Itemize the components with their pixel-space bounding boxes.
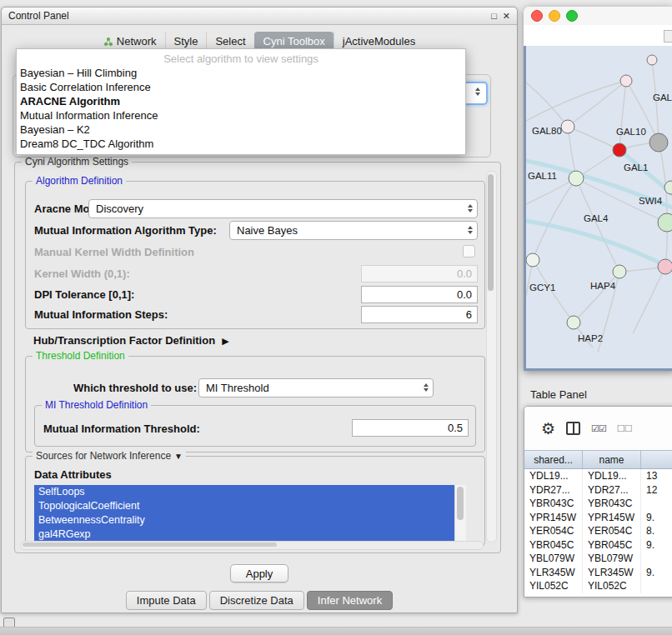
- mi-threshold-input[interactable]: 0.5: [352, 419, 469, 437]
- table-cell: YBL079W: [524, 552, 583, 566]
- algorithm-option[interactable]: Basic Correlation Inference: [17, 80, 465, 94]
- table-cell: YBL079W: [583, 552, 641, 566]
- network-node[interactable]: [658, 213, 672, 232]
- network-node[interactable]: [620, 75, 632, 87]
- network-edge: [526, 178, 576, 204]
- algorithm-option[interactable]: Bayesian – K2: [17, 122, 465, 137]
- control-panel-titlebar: Control Panel □ ✕: [2, 8, 517, 25]
- which-threshold-label: Which threshold to use:: [73, 382, 197, 394]
- data-attribute-item-selected[interactable]: BetweennessCentrality: [34, 513, 455, 528]
- table-cell: YDR27...: [583, 483, 641, 498]
- settings-vertical-scrollbar[interactable]: [486, 171, 497, 542]
- network-node[interactable]: [526, 253, 539, 267]
- hub-definition-toggle[interactable]: Hub/Transcription Factor Definition▶: [33, 334, 229, 347]
- network-canvas[interactable]: GALGAL80GAL10GAL11GAL1SWI4GAL4GCY1HAP4HA…: [524, 46, 672, 371]
- close-traffic-light[interactable]: [531, 10, 543, 22]
- column-header-extra[interactable]: [641, 451, 672, 468]
- network-node[interactable]: [613, 265, 626, 278]
- window-buttons: □ ✕: [491, 11, 510, 21]
- table-cell: YLR345W: [524, 566, 583, 580]
- column-header-name[interactable]: name: [583, 451, 641, 468]
- scrollbar-thumb[interactable]: [488, 174, 494, 291]
- network-node-label: GAL1: [624, 162, 648, 172]
- table-row[interactable]: YDL19...YDL19...13: [524, 469, 672, 483]
- algorithm-option[interactable]: Bayesian – Hill Climbing: [17, 66, 465, 80]
- data-attributes-label: Data Attributes: [34, 468, 112, 481]
- data-attribute-item-selected[interactable]: gal4RGexp: [34, 528, 455, 542]
- combo-arrows-icon: [475, 88, 480, 96]
- table-cell: YBR045C: [583, 538, 641, 552]
- tab-infer-network[interactable]: Infer Network: [307, 591, 393, 610]
- table-settings-gear-icon[interactable]: ⚙: [541, 421, 555, 437]
- network-node-label: GAL10: [616, 127, 646, 137]
- table-toolbar: ⚙ ☑☑ ☐☐: [524, 407, 672, 450]
- apply-button[interactable]: Apply: [230, 564, 288, 582]
- table-row[interactable]: YER054CYER054C8.: [524, 524, 672, 538]
- mi-steps-input[interactable]: 6: [361, 306, 478, 323]
- table-cell: [641, 552, 672, 566]
- hub-label: Hub/Transcription Factor Definition: [33, 334, 215, 347]
- sources-title: Sources for Network Inference: [36, 450, 171, 462]
- float-window-icon[interactable]: □: [491, 11, 497, 21]
- which-threshold-select[interactable]: MI Threshold: [198, 378, 434, 398]
- network-node[interactable]: [561, 120, 574, 133]
- mi-type-select[interactable]: Naive Bayes: [229, 221, 478, 240]
- settings-horizontal-scrollbar[interactable]: [20, 541, 484, 550]
- tab-label: Select: [215, 35, 245, 48]
- network-node-label: GAL80: [532, 126, 562, 136]
- select-all-columns-icon[interactable]: ☑☑: [591, 423, 606, 434]
- unselect-all-columns-icon[interactable]: ☐☐: [617, 423, 632, 434]
- algorithm-option[interactable]: Mutual Information Inference: [17, 108, 465, 122]
- table-cell: YDL19...: [583, 469, 641, 483]
- scrollbar-thumb[interactable]: [457, 487, 464, 520]
- list-scrollbar[interactable]: [454, 485, 466, 542]
- data-attributes-list[interactable]: SelfLoopsTopologicalCoefficientBetweenne…: [34, 485, 466, 542]
- network-node[interactable]: [569, 171, 584, 186]
- dpi-tolerance-input[interactable]: 0.0: [361, 286, 478, 303]
- scrollbar-stub[interactable]: [664, 30, 672, 42]
- aracne-mode-select[interactable]: Discovery: [88, 199, 478, 218]
- scrollbar-thumb[interactable]: [23, 542, 277, 547]
- table-row[interactable]: YDR27...YDR27...12: [524, 483, 672, 498]
- network-node[interactable]: [613, 143, 626, 157]
- tab-impute-data[interactable]: Impute Data: [126, 591, 207, 610]
- collapse-down-icon[interactable]: ▼: [174, 452, 183, 461]
- network-node-label: SWI4: [639, 196, 663, 206]
- tab-discretize-data[interactable]: Discretize Data: [209, 591, 304, 610]
- network-edge: [568, 127, 619, 150]
- table-row[interactable]: YPR145WYPR145W9.: [524, 511, 672, 525]
- table-row[interactable]: YBL079WYBL079W: [524, 552, 672, 566]
- close-window-icon[interactable]: ✕: [503, 11, 510, 21]
- table-row[interactable]: YBR043CYBR043C: [524, 497, 672, 511]
- table-panel-window: ⚙ ☑☑ ☐☐ shared... name YDL19...YDL19...1…: [524, 406, 672, 598]
- network-node[interactable]: [649, 133, 668, 152]
- data-attribute-item-selected[interactable]: SelfLoops: [34, 485, 455, 499]
- tab-label: jActiveModules: [343, 35, 415, 48]
- network-node[interactable]: [567, 316, 580, 329]
- table-cell: YPR145W: [583, 511, 641, 525]
- minimize-traffic-light[interactable]: [549, 10, 560, 22]
- combo-arrows-icon: [468, 204, 473, 212]
- network-view-window: GALGAL80GAL10GAL11GAL1SWI4GAL4GCY1HAP4HA…: [524, 7, 672, 371]
- desktop: Control Panel □ ✕ Network Style Select: [0, 0, 672, 635]
- combo-arrows-icon: [424, 383, 429, 392]
- algorithm-option[interactable]: Dream8 DC_TDC Algorithm: [17, 137, 465, 151]
- mi-threshold-label: Mutual Information Threshold:: [43, 422, 200, 435]
- algorithm-option[interactable]: ARACNE Algorithm: [17, 94, 465, 108]
- network-node-label: HAP4: [590, 281, 616, 291]
- show-columns-icon[interactable]: [566, 422, 580, 435]
- mi-threshold-group: MI Threshold Definition Mutual Informati…: [34, 405, 476, 447]
- data-attribute-item-selected[interactable]: TopologicalCoefficient: [34, 499, 455, 513]
- table-cell: 9.: [641, 566, 672, 580]
- dropdown-item-list: Bayesian – Hill ClimbingBasic Correlatio…: [17, 66, 465, 151]
- cyni-algorithm-settings-group: Cyni Algorithm Settings Algorithm Defini…: [14, 162, 501, 553]
- column-header-shared-name[interactable]: shared...: [524, 451, 583, 468]
- group-title: MI Threshold Definition: [42, 399, 151, 411]
- network-node[interactable]: [658, 259, 672, 274]
- table-row[interactable]: YLR345WYLR345W9.: [524, 566, 672, 580]
- network-edge: [526, 82, 568, 127]
- table-row[interactable]: YBR045CYBR045C9.: [524, 538, 672, 552]
- table-row[interactable]: YIL052CYIL052C: [524, 579, 672, 593]
- zoom-traffic-light[interactable]: [566, 10, 578, 22]
- network-node[interactable]: [647, 55, 657, 65]
